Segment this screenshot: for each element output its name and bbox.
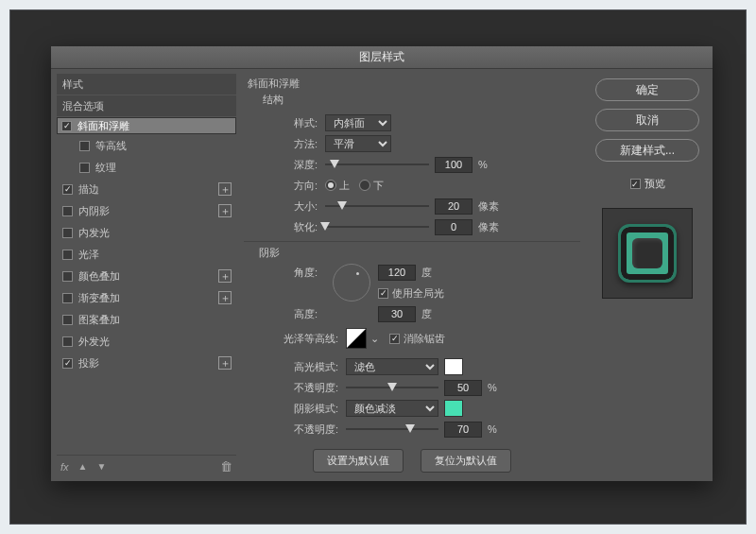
style-label: 样式: bbox=[244, 116, 325, 130]
highlight-opacity-slider[interactable] bbox=[346, 381, 438, 394]
highlight-mode-label: 高光模式: bbox=[244, 360, 346, 374]
effect-checkbox[interactable] bbox=[62, 184, 73, 195]
highlight-mode-select[interactable]: 滤色 bbox=[346, 358, 438, 375]
chevron-down-icon[interactable]: ⌄ bbox=[367, 333, 382, 345]
shading-label: 阴影 bbox=[259, 246, 580, 260]
move-up-icon[interactable]: ▲ bbox=[78, 461, 88, 472]
structure-label: 结构 bbox=[263, 93, 580, 107]
effect-checkbox[interactable] bbox=[79, 163, 90, 173]
panel-header: 斜面和浮雕 bbox=[248, 77, 580, 91]
sidebar-blending-options[interactable]: 混合选项 bbox=[57, 95, 236, 116]
sidebar-styles-header[interactable]: 样式 bbox=[57, 74, 236, 95]
sidebar-effect-2[interactable]: 纹理 bbox=[57, 157, 236, 178]
direction-down-radio[interactable]: 下 bbox=[359, 179, 384, 193]
shadow-mode-select[interactable]: 颜色减淡 bbox=[346, 400, 438, 417]
direction-up-radio[interactable]: 上 bbox=[325, 179, 350, 193]
cancel-button[interactable]: 取消 bbox=[595, 109, 699, 131]
add-effect-icon[interactable]: ＋ bbox=[218, 182, 232, 196]
effect-checkbox[interactable] bbox=[62, 228, 73, 238]
shadow-opacity-label: 不透明度: bbox=[244, 422, 346, 437]
effect-checkbox[interactable] bbox=[62, 336, 73, 347]
sidebar-effect-7[interactable]: 颜色叠加＋ bbox=[57, 266, 236, 286]
gloss-contour-picker[interactable] bbox=[346, 328, 367, 349]
dialog-title: 图层样式 bbox=[51, 46, 713, 69]
effect-checkbox[interactable] bbox=[62, 293, 73, 303]
effect-checkbox[interactable] bbox=[62, 250, 73, 260]
sidebar-effect-11[interactable]: 投影＋ bbox=[57, 353, 236, 373]
sidebar-effect-0[interactable]: 斜面和浮雕 bbox=[57, 117, 236, 134]
soften-slider[interactable] bbox=[325, 220, 429, 233]
sidebar-effect-5[interactable]: 内发光 bbox=[57, 222, 236, 243]
sidebar-effect-4[interactable]: 内阴影＋ bbox=[57, 200, 236, 221]
fx-menu-icon[interactable]: fx bbox=[60, 461, 69, 473]
depth-slider[interactable] bbox=[325, 158, 429, 171]
shadow-opacity-slider[interactable] bbox=[346, 422, 438, 436]
depth-label: 深度: bbox=[244, 158, 325, 172]
layer-style-dialog: 图层样式 样式 混合选项 斜面和浮雕等高线纹理描边＋内阴影＋内发光光泽颜色叠加＋… bbox=[51, 46, 713, 481]
add-effect-icon[interactable]: ＋ bbox=[218, 356, 232, 370]
angle-input[interactable] bbox=[378, 265, 416, 281]
sidebar-effect-9[interactable]: 图案叠加 bbox=[57, 309, 236, 330]
make-default-button[interactable]: 设置为默认值 bbox=[313, 449, 404, 473]
preview-checkbox[interactable] bbox=[630, 179, 641, 189]
highlight-opacity-label: 不透明度: bbox=[244, 381, 346, 395]
preview-thumbnail bbox=[602, 208, 693, 299]
effect-checkbox[interactable] bbox=[62, 358, 73, 369]
shadow-opacity-input[interactable] bbox=[444, 422, 482, 438]
effect-checkbox[interactable] bbox=[61, 121, 72, 131]
global-light-checkbox[interactable] bbox=[378, 288, 388, 299]
add-effect-icon[interactable]: ＋ bbox=[218, 204, 232, 217]
size-input[interactable] bbox=[435, 198, 472, 215]
add-effect-icon[interactable]: ＋ bbox=[218, 291, 232, 304]
depth-input[interactable] bbox=[435, 157, 472, 173]
sidebar-effect-8[interactable]: 渐变叠加＋ bbox=[57, 287, 236, 308]
gloss-contour-label: 光泽等高线: bbox=[244, 332, 346, 346]
sidebar-footer: fx ▲ ▼ 🗑 bbox=[57, 455, 236, 477]
antialias-checkbox[interactable] bbox=[389, 334, 400, 344]
new-style-button[interactable]: 新建样式... bbox=[595, 139, 699, 162]
size-slider[interactable] bbox=[325, 199, 429, 213]
shadow-color-swatch[interactable] bbox=[444, 400, 463, 417]
reset-default-button[interactable]: 复位为默认值 bbox=[421, 449, 511, 473]
method-label: 方法: bbox=[244, 137, 325, 151]
right-panel: 确定 取消 新建样式... 预览 bbox=[582, 69, 713, 481]
sidebar-effect-1[interactable]: 等高线 bbox=[57, 135, 236, 156]
effect-checkbox[interactable] bbox=[79, 141, 90, 151]
trash-icon[interactable]: 🗑 bbox=[220, 459, 232, 474]
altitude-label: 高度: bbox=[244, 307, 325, 321]
effect-checkbox[interactable] bbox=[62, 315, 73, 325]
soften-label: 软化: bbox=[244, 220, 325, 234]
effect-checkbox[interactable] bbox=[62, 271, 73, 282]
effect-checkbox[interactable] bbox=[62, 206, 73, 216]
direction-label: 方向: bbox=[244, 179, 325, 193]
shadow-mode-label: 阴影模式: bbox=[244, 402, 346, 416]
angle-dial[interactable] bbox=[333, 264, 370, 301]
effects-sidebar: 样式 混合选项 斜面和浮雕等高线纹理描边＋内阴影＋内发光光泽颜色叠加＋渐变叠加＋… bbox=[51, 69, 242, 481]
highlight-color-swatch[interactable] bbox=[444, 358, 463, 375]
add-effect-icon[interactable]: ＋ bbox=[218, 269, 232, 283]
ok-button[interactable]: 确定 bbox=[595, 78, 699, 101]
soften-input[interactable] bbox=[435, 219, 472, 235]
style-select[interactable]: 内斜面 bbox=[325, 114, 391, 131]
sidebar-effect-6[interactable]: 光泽 bbox=[57, 244, 236, 265]
sidebar-effect-10[interactable]: 外发光 bbox=[57, 331, 236, 352]
size-label: 大小: bbox=[244, 199, 325, 214]
angle-label: 角度: bbox=[244, 266, 325, 280]
highlight-opacity-input[interactable] bbox=[444, 380, 482, 396]
settings-panel: 斜面和浮雕 结构 样式: 内斜面 方法: 平滑 深度: % 方向: 上 下 大小… bbox=[242, 69, 582, 481]
move-down-icon[interactable]: ▼ bbox=[96, 461, 106, 472]
sidebar-effect-3[interactable]: 描边＋ bbox=[57, 179, 236, 199]
method-select[interactable]: 平滑 bbox=[325, 135, 391, 152]
altitude-input[interactable] bbox=[378, 306, 416, 322]
